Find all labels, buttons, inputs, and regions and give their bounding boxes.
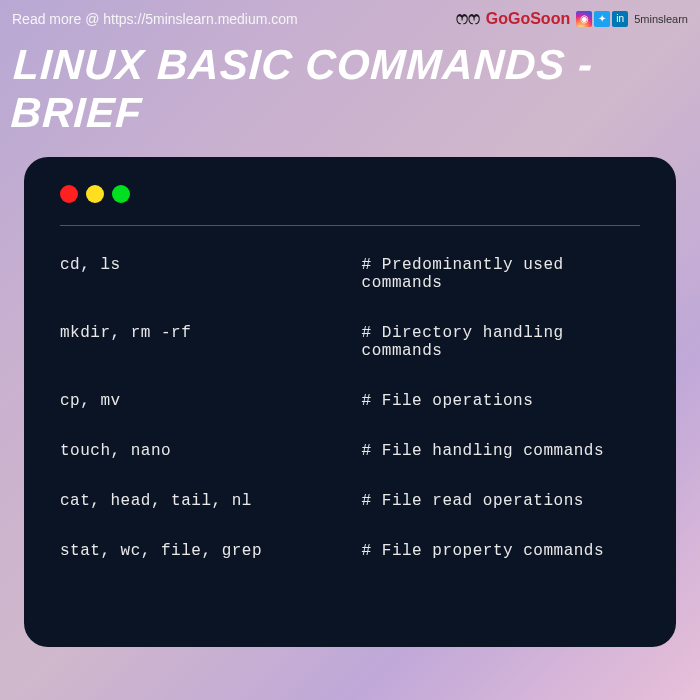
command-text: cp, mv: [60, 392, 362, 410]
brand-area: ෆෆ GoGoSoon ◉ ✦ in 5minslearn: [456, 8, 688, 29]
command-row: cp, mv # File operations: [60, 392, 640, 410]
command-row: stat, wc, file, grep # File property com…: [60, 542, 640, 560]
command-text: touch, nano: [60, 442, 362, 460]
command-text: cd, ls: [60, 256, 362, 292]
command-desc: # Directory handling commands: [362, 324, 640, 360]
header-bar: Read more @ https://5minslearn.medium.co…: [0, 0, 700, 33]
social-handle: 5minslearn: [634, 13, 688, 25]
command-desc: # File read operations: [362, 492, 640, 510]
command-text: mkdir, rm -rf: [60, 324, 362, 360]
command-desc: # Predominantly used commands: [362, 256, 640, 292]
logo-icon: ෆෆ: [456, 8, 480, 29]
command-desc: # File operations: [362, 392, 640, 410]
read-more-link[interactable]: Read more @ https://5minslearn.medium.co…: [12, 11, 298, 27]
command-text: stat, wc, file, grep: [60, 542, 362, 560]
terminal-window: cd, ls # Predominantly used commands mkd…: [24, 157, 676, 647]
command-desc: # File property commands: [362, 542, 640, 560]
instagram-icon[interactable]: ◉: [576, 11, 592, 27]
command-row: touch, nano # File handling commands: [60, 442, 640, 460]
command-text: cat, head, tail, nl: [60, 492, 362, 510]
command-row: cat, head, tail, nl # File read operatio…: [60, 492, 640, 510]
command-desc: # File handling commands: [362, 442, 640, 460]
command-row: cd, ls # Predominantly used commands: [60, 256, 640, 292]
page-title: LINUX BASIC COMMANDS - BRIEF: [0, 33, 700, 157]
maximize-icon[interactable]: [112, 185, 130, 203]
social-icons: ◉ ✦ in: [576, 11, 628, 27]
command-list: cd, ls # Predominantly used commands mkd…: [60, 256, 640, 560]
twitter-icon[interactable]: ✦: [594, 11, 610, 27]
close-icon[interactable]: [60, 185, 78, 203]
divider: [60, 225, 640, 226]
brand-name: GoGoSoon: [486, 10, 570, 28]
command-row: mkdir, rm -rf # Directory handling comma…: [60, 324, 640, 360]
traffic-lights: [60, 185, 640, 203]
minimize-icon[interactable]: [86, 185, 104, 203]
linkedin-icon[interactable]: in: [612, 11, 628, 27]
